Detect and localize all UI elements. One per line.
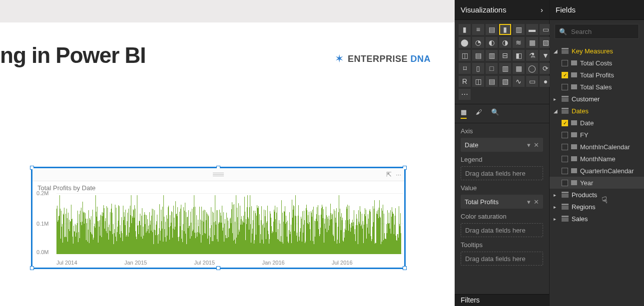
- report-canvas[interactable]: ng in Power BI ✶ ENTERPRISE DNA ⇱ ··· To…: [0, 0, 455, 306]
- drag-grip-icon[interactable]: [213, 173, 224, 177]
- viz-type-icon[interactable]: R: [459, 76, 471, 87]
- remove-icon[interactable]: ✕: [534, 141, 539, 149]
- field-row-quarterincalendar[interactable]: QuarterInCalendar: [550, 165, 644, 177]
- field-checkbox[interactable]: [562, 144, 568, 150]
- viz-type-icon[interactable]: ⬤: [459, 37, 471, 48]
- visualizations-header[interactable]: Visualizations ›: [455, 0, 549, 20]
- viz-type-icon[interactable]: ▥: [486, 50, 498, 61]
- table-row-dates[interactable]: ◢Dates: [550, 105, 644, 117]
- field-icon: [571, 84, 577, 89]
- field-row-year[interactable]: Year: [550, 177, 644, 189]
- axis-well[interactable]: Date ▾✕: [461, 138, 543, 152]
- field-row-fy[interactable]: FY: [550, 129, 644, 141]
- resize-handle[interactable]: [216, 266, 220, 270]
- field-row-total-profits[interactable]: ✓Total Profits: [550, 69, 644, 81]
- table-row-customer[interactable]: ▸Customer: [550, 93, 644, 105]
- field-checkbox[interactable]: [562, 156, 568, 162]
- viz-type-icon[interactable]: ≡: [472, 24, 484, 35]
- field-label: MonthInCalendar: [580, 143, 630, 151]
- viz-type-icon[interactable]: ▭: [526, 76, 538, 87]
- field-row-date[interactable]: ✓Date: [550, 117, 644, 129]
- format-tab-icon[interactable]: 🖌: [476, 108, 482, 119]
- field-row-monthname[interactable]: MonthName: [550, 153, 644, 165]
- field-checkbox[interactable]: [562, 168, 568, 174]
- viz-type-icon[interactable]: ⋯: [459, 89, 471, 100]
- viz-type-icon[interactable]: ▮: [459, 24, 471, 35]
- field-row-total-costs[interactable]: Total Costs: [550, 57, 644, 69]
- viz-type-icon[interactable]: ▦: [513, 63, 525, 74]
- analytics-tab-icon[interactable]: 🔍: [491, 108, 499, 119]
- more-options-icon[interactable]: ···: [396, 171, 401, 178]
- viz-type-icon[interactable]: ◔: [472, 37, 484, 48]
- fields-tab-icon[interactable]: ▦: [461, 108, 467, 119]
- viz-type-icon[interactable]: ⌑: [459, 63, 471, 74]
- viz-type-icon[interactable]: ⊟: [499, 50, 511, 61]
- filters-header[interactable]: Filters: [455, 294, 549, 306]
- field-checkbox[interactable]: [562, 180, 568, 186]
- field-row-monthincalendar[interactable]: MonthInCalendar: [550, 141, 644, 153]
- viz-type-icon[interactable]: ▥: [513, 24, 525, 35]
- x-tick-spacer: [400, 260, 401, 266]
- legend-well[interactable]: Drag data fields here: [461, 166, 543, 180]
- viz-type-icon[interactable]: ◫: [472, 76, 484, 87]
- viz-type-icon[interactable]: ◯: [526, 63, 538, 74]
- legend-well-label: Legend: [461, 156, 543, 163]
- field-icon: [571, 132, 577, 137]
- table-label: Dates: [572, 107, 589, 115]
- viz-type-icon[interactable]: ◐: [486, 37, 498, 48]
- value-well[interactable]: Total Profits ▾✕: [461, 195, 543, 209]
- field-label: Total Costs: [580, 59, 612, 67]
- field-checkbox[interactable]: [562, 84, 568, 90]
- resize-handle[interactable]: [30, 266, 34, 270]
- viz-type-icon[interactable]: ◧: [513, 50, 525, 61]
- viz-type-icon[interactable]: ▤: [472, 50, 484, 61]
- fields-search[interactable]: 🔍: [555, 24, 639, 39]
- visualizations-title: Visualizations: [461, 5, 506, 14]
- table-row-regions[interactable]: ▸Regions: [550, 201, 644, 213]
- collapse-icon[interactable]: ›: [541, 5, 543, 14]
- remove-icon[interactable]: ✕: [534, 198, 539, 206]
- viz-type-icon[interactable]: ◫: [459, 50, 471, 61]
- viz-type-icon[interactable]: ▤: [486, 24, 498, 35]
- table-label: Regions: [572, 203, 596, 211]
- viz-type-icon[interactable]: ▬: [526, 24, 538, 35]
- search-input[interactable]: [571, 28, 635, 35]
- table-row-key-measures[interactable]: ◢Key Measures: [550, 45, 644, 57]
- column-chart-visual[interactable]: ⇱ ··· Total Profits by Date 0.2M 0.1M 0.…: [31, 167, 406, 269]
- table-row-products[interactable]: ▸Products: [550, 189, 644, 201]
- table-icon: [562, 48, 569, 54]
- viz-type-icon[interactable]: ▤: [486, 76, 498, 87]
- table-label: Products: [572, 191, 597, 199]
- field-checkbox[interactable]: [562, 132, 568, 138]
- visual-header[interactable]: ⇱ ···: [32, 168, 404, 181]
- chevron-down-icon[interactable]: ▾: [527, 198, 531, 206]
- field-label: MonthName: [580, 155, 616, 163]
- viz-type-icon[interactable]: ▥: [499, 63, 511, 74]
- chevron-down-icon[interactable]: ▾: [527, 141, 531, 149]
- viz-type-icon[interactable]: ∿: [513, 76, 525, 87]
- viz-type-icon[interactable]: ▦: [526, 37, 538, 48]
- saturation-well[interactable]: Drag data fields here: [461, 223, 543, 237]
- y-tick: 0.0M: [36, 249, 48, 255]
- focus-mode-icon[interactable]: ⇱: [386, 171, 392, 178]
- viz-gallery: ▮≡▤▮▥▬▭⬤◔◐◑≋▦▧◫▤▥⊟◧⚗▼⌑▯□▥▦◯⟳R◫▤▧∿▭●⋯: [455, 20, 549, 104]
- field-checkbox[interactable]: [562, 60, 568, 66]
- table-label: Sales: [572, 215, 588, 223]
- viz-type-icon[interactable]: ▧: [499, 76, 511, 87]
- resize-handle[interactable]: [403, 266, 407, 270]
- viz-type-icon[interactable]: ≋: [513, 37, 525, 48]
- viz-type-icon[interactable]: ▯: [472, 63, 484, 74]
- viz-type-icon[interactable]: ⚗: [526, 50, 538, 61]
- fields-header[interactable]: Fields: [550, 0, 644, 20]
- field-checkbox[interactable]: ✓: [562, 120, 568, 126]
- field-label: Year: [580, 179, 593, 187]
- caret-icon: ▸: [554, 96, 559, 102]
- x-tick: Jan 2015: [124, 260, 147, 266]
- viz-type-icon[interactable]: ◑: [499, 37, 511, 48]
- viz-type-icon[interactable]: ▮: [499, 24, 511, 35]
- field-row-total-sales[interactable]: Total Sales: [550, 81, 644, 93]
- tooltip-well[interactable]: Drag data fields here: [461, 252, 543, 266]
- table-row-sales[interactable]: ▸Sales: [550, 213, 644, 225]
- field-checkbox[interactable]: ✓: [562, 72, 568, 78]
- viz-type-icon[interactable]: □: [486, 63, 498, 74]
